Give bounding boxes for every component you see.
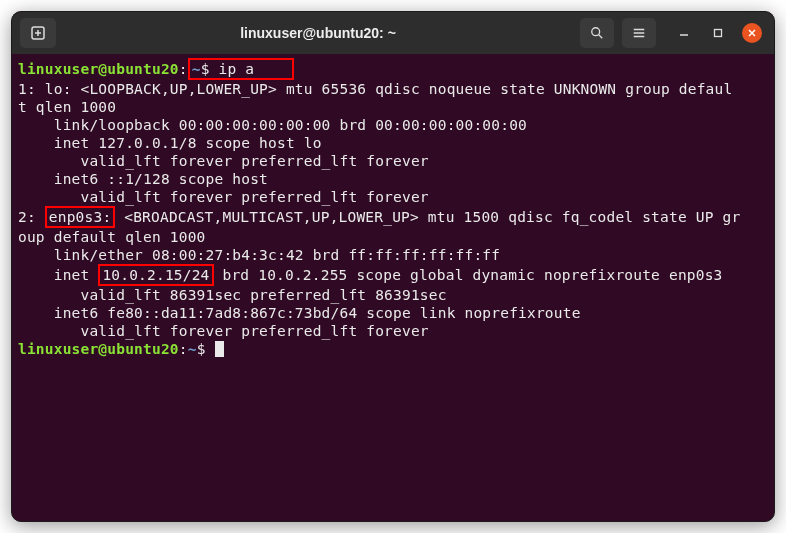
command-text: $ ip a (201, 61, 255, 77)
output-text: 2: (18, 209, 45, 225)
maximize-icon (713, 28, 723, 38)
svg-line-4 (599, 35, 603, 39)
output-line: valid_lft forever preferred_lft forever (18, 322, 768, 340)
output-text: <BROADCAST,MULTICAST,UP,LOWER_UP> mtu 15… (115, 209, 740, 225)
prompt-user: linuxuser@ubuntu20 (18, 61, 179, 77)
output-text: inet (18, 267, 98, 283)
terminal-window: linuxuser@ubuntu20: ~ (11, 11, 775, 522)
prompt-line-1: linuxuser@ubuntu20:~$ ip a (18, 58, 768, 80)
svg-rect-9 (715, 30, 722, 37)
new-tab-icon (30, 25, 46, 41)
search-icon (590, 26, 604, 40)
output-line: 1: lo: <LOOPBACK,UP,LOWER_UP> mtu 65536 … (18, 80, 768, 98)
output-line: inet 127.0.0.1/8 scope host lo (18, 134, 768, 152)
cursor (215, 341, 224, 357)
interface-highlight: enp0s3: (45, 206, 116, 228)
close-icon (747, 28, 757, 38)
search-button[interactable] (580, 18, 614, 48)
output-line: valid_lft forever preferred_lft forever (18, 188, 768, 206)
svg-point-3 (592, 28, 600, 36)
output-line: valid_lft 86391sec preferred_lft 86391se… (18, 286, 768, 304)
output-line: inet6 ::1/128 scope host (18, 170, 768, 188)
minimize-button[interactable] (674, 23, 694, 43)
output-line: inet 10.0.2.15/24 brd 10.0.2.255 scope g… (18, 264, 768, 286)
titlebar: linuxuser@ubuntu20: ~ (12, 12, 774, 54)
prompt-line-2: linuxuser@ubuntu20:~$ (18, 340, 768, 358)
prompt-path: ~ (192, 61, 201, 77)
window-title: linuxuser@ubuntu20: ~ (64, 25, 572, 41)
close-button[interactable] (742, 23, 762, 43)
output-line: 2: enp0s3: <BROADCAST,MULTICAST,UP,LOWER… (18, 206, 768, 228)
prompt-path: ~ (188, 341, 197, 357)
prompt-dollar: $ (197, 341, 215, 357)
window-controls (674, 23, 762, 43)
ip-highlight: 10.0.2.15/24 (98, 264, 213, 286)
minimize-icon (679, 28, 689, 38)
output-line: link/ether 08:00:27:b4:3c:42 brd ff:ff:f… (18, 246, 768, 264)
output-text: brd 10.0.2.255 scope global dynamic nopr… (214, 267, 723, 283)
hamburger-icon (632, 26, 646, 40)
output-line: t qlen 1000 (18, 98, 768, 116)
terminal-body[interactable]: linuxuser@ubuntu20:~$ ip a 1: lo: <LOOPB… (12, 54, 774, 362)
output-line: link/loopback 00:00:00:00:00:00 brd 00:0… (18, 116, 768, 134)
output-line: oup default qlen 1000 (18, 228, 768, 246)
output-line: inet6 fe80::da11:7ad8:867c:73bd/64 scope… (18, 304, 768, 322)
menu-button[interactable] (622, 18, 656, 48)
maximize-button[interactable] (708, 23, 728, 43)
new-tab-button[interactable] (20, 18, 56, 48)
prompt-user: linuxuser@ubuntu20 (18, 341, 179, 357)
command-highlight: ~$ ip a (188, 58, 294, 80)
output-line: valid_lft forever preferred_lft forever (18, 152, 768, 170)
